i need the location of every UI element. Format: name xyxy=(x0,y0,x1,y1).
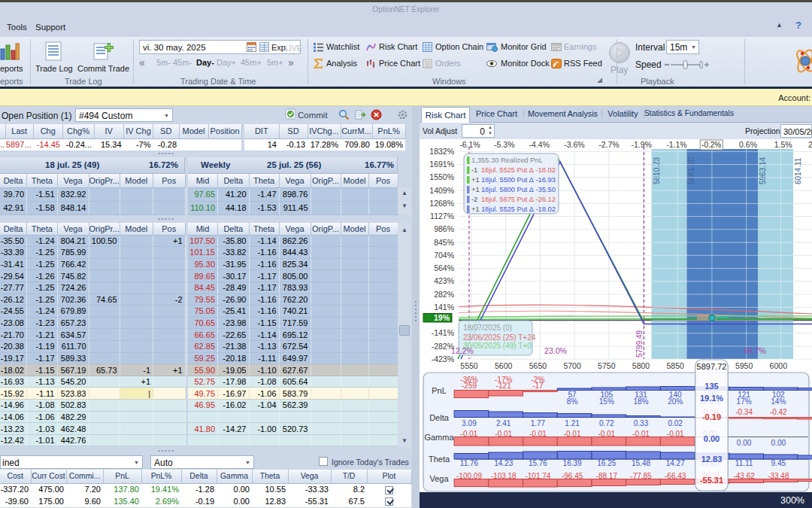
svg-text:18jul. 5675 Put Δ: 18jul. 5675 Put Δ xyxy=(481,196,534,203)
svg-text:-103.18: -103.18 xyxy=(491,472,517,480)
svg-text:0.33: 0.33 xyxy=(634,419,649,427)
svg-text:5963.14: 5963.14 xyxy=(759,157,767,184)
svg-text:18/07/2025 (0): 18/07/2025 (0) xyxy=(463,324,512,332)
svg-text:-16.93: -16.93 xyxy=(535,175,556,184)
svg-text:+1: +1 xyxy=(471,185,480,193)
svg-text:1,355.30 Realized PnL: 1,355.30 Realized PnL xyxy=(471,156,543,164)
svg-text:-88.17: -88.17 xyxy=(596,472,618,480)
svg-text:-96.45: -96.45 xyxy=(562,472,583,480)
svg-text:-18.02: -18.02 xyxy=(535,205,556,213)
svg-text:1.77: 1.77 xyxy=(531,419,546,427)
svg-text:12.83: 12.83 xyxy=(701,455,723,464)
svg-text:8%: 8% xyxy=(567,397,578,406)
svg-text:23.0%: 23.0% xyxy=(544,346,567,355)
svg-text:-0.01: -0.01 xyxy=(529,430,547,438)
svg-text:18%: 18% xyxy=(633,397,648,406)
svg-text:-0.01: -0.01 xyxy=(667,430,684,438)
svg-text:-423%: -423% xyxy=(432,354,454,364)
svg-text:845%: 845% xyxy=(434,238,454,247)
svg-text:1.21: 1.21 xyxy=(565,419,580,427)
svg-text:17%: 17% xyxy=(737,397,752,406)
svg-text:6014.11: 6014.11 xyxy=(794,157,802,184)
svg-text:-4.4%: -4.4% xyxy=(529,140,550,149)
svg-text:1268%: 1268% xyxy=(429,199,454,208)
svg-text:1.5%: 1.5% xyxy=(774,140,792,149)
svg-text:564%: 564% xyxy=(434,263,454,272)
svg-text:-55.31: -55.31 xyxy=(700,476,723,485)
svg-text:5850: 5850 xyxy=(667,361,685,370)
svg-text:5800: 5800 xyxy=(632,361,650,370)
svg-text:-0.34: -0.34 xyxy=(735,408,753,416)
svg-text:18jul. 5500 Put Δ: 18jul. 5500 Put Δ xyxy=(481,176,534,184)
svg-text:423%: 423% xyxy=(434,276,454,285)
svg-text:282%: 282% xyxy=(434,290,454,299)
svg-text:1409%: 1409% xyxy=(429,186,454,195)
svg-text:Theta: Theta xyxy=(429,455,450,464)
svg-text:5897.72: 5897.72 xyxy=(697,362,727,371)
svg-text:5550: 5550 xyxy=(460,361,478,370)
svg-text:135: 135 xyxy=(704,382,718,391)
svg-text:9.45: 9.45 xyxy=(771,459,786,467)
svg-text:PnL: PnL xyxy=(432,386,447,395)
svg-text:-0.01: -0.01 xyxy=(598,430,615,438)
svg-text:+1: +1 xyxy=(471,205,480,213)
svg-text:15.48: 15.48 xyxy=(632,459,650,467)
svg-text:2.41: 2.41 xyxy=(496,419,511,427)
svg-text:-66.43: -66.43 xyxy=(665,472,686,480)
svg-text:-121: -121 xyxy=(496,382,511,390)
svg-text:704%: 704% xyxy=(434,251,454,260)
svg-text:-0.19: -0.19 xyxy=(702,412,721,421)
svg-text:11.76: 11.76 xyxy=(460,459,479,467)
svg-text:6000: 6000 xyxy=(770,361,788,370)
svg-text:5750: 5750 xyxy=(598,361,616,370)
svg-text:0.00: 0.00 xyxy=(737,439,752,447)
svg-text:-18.02: -18.02 xyxy=(535,166,556,174)
svg-text:-33.48: -33.48 xyxy=(768,472,789,480)
svg-text:-101.74: -101.74 xyxy=(525,472,550,480)
svg-text:19.1%: 19.1% xyxy=(700,394,723,403)
svg-text:-2: -2 xyxy=(471,195,477,203)
svg-text:64.7%: 64.7% xyxy=(744,346,766,355)
svg-text:-259: -259 xyxy=(462,382,477,390)
svg-text:1832%: 1832% xyxy=(429,147,454,156)
svg-text:Gamma: Gamma xyxy=(424,433,454,442)
svg-text:0.02: 0.02 xyxy=(668,419,683,427)
svg-text:16.39: 16.39 xyxy=(563,459,582,467)
svg-text:-6.1%: -6.1% xyxy=(459,140,480,149)
svg-text:1691%: 1691% xyxy=(429,160,454,169)
svg-text:11.11: 11.11 xyxy=(735,459,753,467)
svg-text:5861.20: 5861.20 xyxy=(687,157,695,184)
svg-text:300%: 300% xyxy=(780,495,804,506)
svg-text:5810.23: 5810.23 xyxy=(653,157,661,184)
svg-text:19%: 19% xyxy=(434,313,450,322)
svg-text:-141%: -141% xyxy=(432,328,454,337)
svg-text:141%: 141% xyxy=(434,303,454,312)
svg-text:-100.09: -100.09 xyxy=(456,472,482,480)
svg-text:-1.1%: -1.1% xyxy=(666,140,686,149)
svg-text:-0.2%: -0.2% xyxy=(701,141,721,149)
svg-text:14.27: 14.27 xyxy=(666,459,685,467)
svg-text:-43.62: -43.62 xyxy=(733,472,755,480)
svg-text:2.4%: 2.4% xyxy=(808,140,812,149)
svg-text:20%: 20% xyxy=(668,397,683,406)
svg-text:0.00: 0.00 xyxy=(771,439,786,447)
svg-text:14%: 14% xyxy=(771,397,786,406)
svg-text:-0.01: -0.01 xyxy=(632,430,650,438)
svg-text:-26.12: -26.12 xyxy=(535,195,556,203)
svg-text:12.2%: 12.2% xyxy=(451,346,474,355)
svg-text:0.00: 0.00 xyxy=(704,434,720,443)
svg-text:0.72: 0.72 xyxy=(599,419,614,427)
svg-text:Delta: Delta xyxy=(429,413,450,422)
svg-text:15.76: 15.76 xyxy=(529,459,547,467)
svg-text:-2.7%: -2.7% xyxy=(598,140,619,149)
svg-text:14.23: 14.23 xyxy=(494,459,513,467)
svg-text:986%: 986% xyxy=(434,224,454,233)
svg-text:5799.49: 5799.49 xyxy=(635,330,644,357)
svg-text:-3.6%: -3.6% xyxy=(564,140,584,149)
svg-text:-17: -17 xyxy=(532,382,544,390)
svg-text:-0.42: -0.42 xyxy=(770,408,787,416)
svg-text:5650: 5650 xyxy=(529,361,547,370)
svg-text:-0.01: -0.01 xyxy=(495,430,512,438)
svg-text:5600: 5600 xyxy=(495,361,513,370)
svg-text:-77.85: -77.85 xyxy=(630,472,652,480)
